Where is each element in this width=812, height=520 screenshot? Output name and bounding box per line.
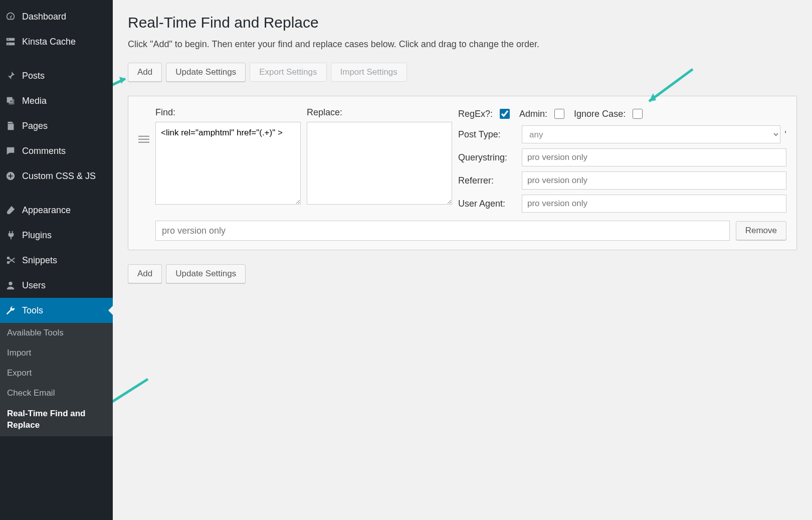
svg-rect-7 xyxy=(8,176,13,177)
find-textarea[interactable] xyxy=(155,122,301,205)
pin-icon xyxy=(5,70,16,81)
posttype-label: Post Type: xyxy=(458,129,516,140)
posttype-select[interactable]: any xyxy=(522,125,780,143)
svg-rect-0 xyxy=(7,38,15,41)
scissors-icon xyxy=(5,255,16,266)
referrer-input xyxy=(522,171,786,190)
sidebar-item-label: Custom CSS & JS xyxy=(22,171,108,182)
page-title: Real-Time Find and Replace xyxy=(128,14,797,31)
submenu-item[interactable]: Check Email xyxy=(0,383,113,403)
comment-icon xyxy=(5,145,16,156)
plus-circle-icon xyxy=(5,170,16,182)
admin-checkbox[interactable] xyxy=(554,109,564,119)
top-button-row: Add Update Settings Export Settings Impo… xyxy=(128,63,797,82)
server-icon xyxy=(5,36,16,47)
main-content: Real-Time Find and Replace Click "Add" t… xyxy=(113,0,812,520)
media-icon xyxy=(5,95,16,106)
submenu-item[interactable]: Real-Time Find and Replace xyxy=(0,403,100,436)
sidebar-item-media[interactable]: Media xyxy=(0,88,113,113)
svg-point-3 xyxy=(8,44,9,45)
bottom-button-row: Add Update Settings xyxy=(128,264,797,283)
ignorecase-checkbox[interactable] xyxy=(633,109,643,119)
import-settings-button[interactable]: Import Settings xyxy=(331,63,407,82)
posttype-trailing-quote: ' xyxy=(784,129,786,140)
find-label: Find: xyxy=(155,107,301,118)
submenu-item[interactable]: Export xyxy=(0,363,113,383)
sidebar-item-snippets[interactable]: Snippets xyxy=(0,248,113,273)
sidebar-item-pages[interactable]: Pages xyxy=(0,113,113,138)
sidebar-item-label: Pages xyxy=(22,121,108,131)
menu-separator xyxy=(0,54,113,63)
sidebar-item-posts[interactable]: Posts xyxy=(0,63,113,88)
referrer-label: Referrer: xyxy=(458,176,516,186)
sidebar-item-label: Appearance xyxy=(22,205,108,216)
add-button[interactable]: Add xyxy=(128,63,162,82)
sidebar-item-appearance[interactable]: Appearance xyxy=(0,198,113,223)
sidebar-item-customcss[interactable]: Custom CSS & JS xyxy=(0,163,113,189)
svg-point-10 xyxy=(9,282,12,285)
remove-button[interactable]: Remove xyxy=(736,221,786,240)
sidebar-item-kinsta[interactable]: Kinsta Cache xyxy=(0,29,113,54)
useragent-label: User Agent: xyxy=(458,199,516,209)
admin-label: Admin: xyxy=(519,109,547,119)
querystring-input xyxy=(522,148,786,166)
annotation-arrow-to-submenu xyxy=(113,374,165,426)
querystring-label: Querystring: xyxy=(458,152,516,163)
sidebar-item-label: Users xyxy=(22,280,108,291)
sidebar-item-label: Dashboard xyxy=(22,12,108,22)
brush-icon xyxy=(5,205,16,216)
replace-textarea[interactable] xyxy=(307,122,452,205)
update-settings-button-bottom[interactable]: Update Settings xyxy=(166,264,246,283)
svg-rect-18 xyxy=(138,139,149,140)
regex-checkbox[interactable] xyxy=(500,109,510,119)
ignorecase-label: Ignore Case: xyxy=(574,109,626,119)
page-intro: Click "Add" to begin. Then enter your fi… xyxy=(128,39,797,50)
sidebar-item-dashboard[interactable]: Dashboard xyxy=(0,4,113,29)
update-settings-button[interactable]: Update Settings xyxy=(166,63,246,82)
wrench-icon xyxy=(5,305,16,316)
sidebar-item-label: Snippets xyxy=(22,255,108,266)
drag-handle-icon[interactable] xyxy=(138,135,149,145)
useragent-input xyxy=(522,195,786,213)
add-button-bottom[interactable]: Add xyxy=(128,264,162,283)
submenu-item[interactable]: Available Tools xyxy=(0,323,113,343)
sidebar-item-comments[interactable]: Comments xyxy=(0,138,113,163)
sidebar-item-label: Kinsta Cache xyxy=(22,37,108,47)
sidebar-item-users[interactable]: Users xyxy=(0,273,113,298)
submenu-item[interactable]: Import xyxy=(0,343,113,363)
admin-sidebar: DashboardKinsta CachePostsMediaPagesComm… xyxy=(0,0,113,520)
plug-icon xyxy=(5,230,16,241)
sidebar-item-plugins[interactable]: Plugins xyxy=(0,223,113,248)
sidebar-item-label: Plugins xyxy=(22,230,108,241)
svg-rect-1 xyxy=(7,43,15,46)
page-icon xyxy=(5,120,16,131)
user-icon xyxy=(5,280,16,291)
gauge-icon xyxy=(5,11,16,22)
svg-point-2 xyxy=(8,39,9,40)
svg-point-4 xyxy=(11,101,12,102)
rule-box: Find: Replace: RegEx?: Admin: xyxy=(128,96,797,250)
sidebar-item-label: Posts xyxy=(22,71,108,81)
sidebar-item-label: Media xyxy=(22,96,108,106)
replace-label: Replace: xyxy=(307,107,452,118)
sidebar-item-tools[interactable]: Tools xyxy=(0,298,113,323)
tools-submenu: Available ToolsImportExportCheck EmailRe… xyxy=(0,323,113,436)
regex-label: RegEx?: xyxy=(458,109,493,119)
svg-rect-19 xyxy=(138,142,149,143)
svg-marker-12 xyxy=(119,77,125,84)
notes-input xyxy=(155,221,730,241)
sidebar-item-label: Tools xyxy=(22,305,108,316)
export-settings-button[interactable]: Export Settings xyxy=(250,63,326,82)
svg-line-15 xyxy=(113,379,148,413)
menu-separator xyxy=(0,189,113,198)
svg-line-11 xyxy=(113,79,125,98)
sidebar-item-label: Comments xyxy=(22,146,108,156)
svg-rect-17 xyxy=(138,136,149,137)
